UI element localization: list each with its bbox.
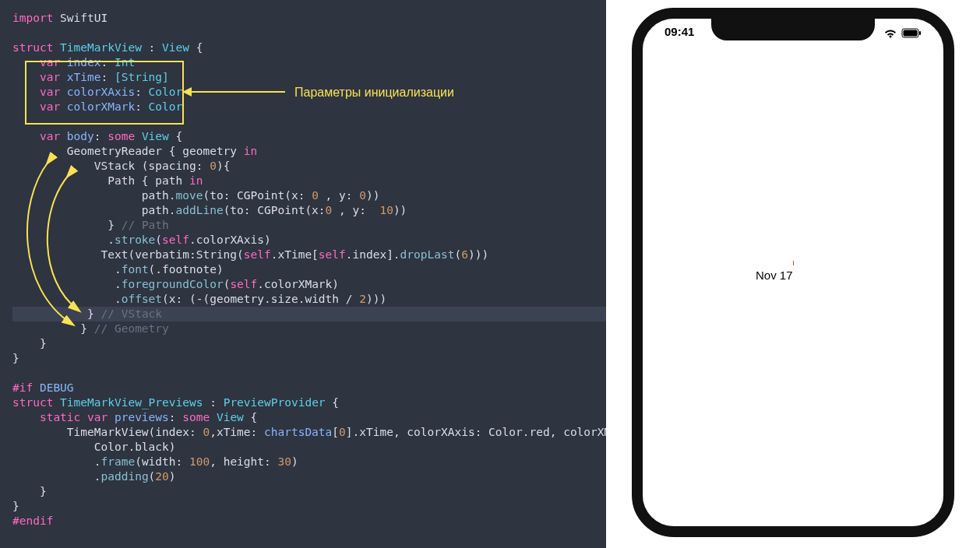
phone-content: Nov 17: [643, 19, 943, 526]
phone-screen: 09:41 Nov 17: [643, 19, 943, 526]
axis-tick-icon: [793, 261, 794, 265]
iphone-frame: 09:41 Nov 17: [632, 8, 954, 537]
simulator-pane: 09:41 Nov 17: [606, 0, 980, 548]
code-editor[interactable]: import SwiftUI struct TimeMarkView : Vie…: [0, 0, 606, 548]
module-name: SwiftUI: [53, 12, 108, 24]
kw-struct: struct: [12, 41, 53, 54]
kw-import: import: [12, 12, 53, 24]
type-name: TimeMarkView: [53, 41, 148, 54]
tick-label: Nov 17: [756, 269, 793, 282]
